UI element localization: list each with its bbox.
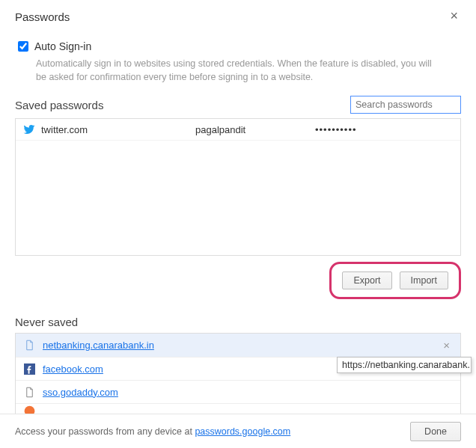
saved-passwords-header: Saved passwords (15, 96, 461, 114)
saved-password-masked: •••••••••• (315, 124, 357, 135)
saved-password-row[interactable]: twitter.com pagalpandit •••••••••• (16, 119, 460, 141)
import-button[interactable]: Import (400, 271, 448, 289)
facebook-icon (23, 363, 35, 375)
never-saved-link[interactable]: sso.godaddy.com (43, 387, 118, 398)
never-saved-row[interactable]: goibibo.com (16, 404, 460, 414)
page-icon (23, 386, 35, 398)
footer-link[interactable]: passwords.google.com (195, 426, 290, 437)
footer-text: Access your passwords from any device at… (15, 426, 290, 437)
hover-tooltip: https://netbanking.canarabank. (337, 357, 472, 373)
never-saved-row[interactable]: sso.godaddy.com (16, 381, 460, 404)
never-saved-list: netbanking.canarabank.in × facebook.com (15, 333, 461, 414)
never-saved-link[interactable]: netbanking.canarabank.in (43, 340, 154, 351)
export-button[interactable]: Export (342, 271, 391, 289)
dialog-header: Passwords × (0, 0, 476, 31)
search-input[interactable] (350, 96, 461, 114)
never-saved-row[interactable]: netbanking.canarabank.in × (16, 334, 460, 358)
saved-passwords-list: twitter.com pagalpandit •••••••••• (15, 118, 461, 256)
never-saved-link[interactable]: facebook.com (43, 363, 103, 375)
auto-signin-row[interactable]: Auto Sign-in (15, 40, 461, 52)
auto-signin-description: Automatically sign in to websites using … (15, 52, 434, 84)
auto-signin-checkbox[interactable] (18, 41, 28, 52)
never-saved-header: Never saved (15, 316, 461, 328)
page-icon (23, 340, 35, 352)
passwords-dialog: Passwords × Auto Sign-in Automatically s… (0, 0, 476, 448)
export-import-highlight: Export Import (329, 262, 461, 299)
svg-point-1 (24, 406, 34, 414)
dialog-footer: Access your passwords from any device at… (0, 414, 476, 448)
auto-signin-label: Auto Sign-in (34, 40, 91, 52)
dialog-title: Passwords (15, 10, 70, 23)
saved-password-site-label: twitter.com (41, 124, 88, 135)
auto-signin-section: Auto Sign-in Automatically sign in to we… (15, 40, 461, 84)
done-button[interactable]: Done (410, 422, 461, 441)
remove-never-saved-button[interactable]: × (440, 339, 453, 352)
saved-password-site: twitter.com (23, 123, 195, 135)
twitter-icon (23, 123, 35, 135)
saved-passwords-heading: Saved passwords (15, 99, 103, 111)
goibibo-icon (23, 405, 35, 414)
saved-password-username: pagalpandit (195, 124, 315, 135)
footer-prefix: Access your passwords from any device at (15, 426, 195, 437)
close-button[interactable]: × (447, 10, 461, 21)
never-saved-heading: Never saved (15, 316, 461, 328)
